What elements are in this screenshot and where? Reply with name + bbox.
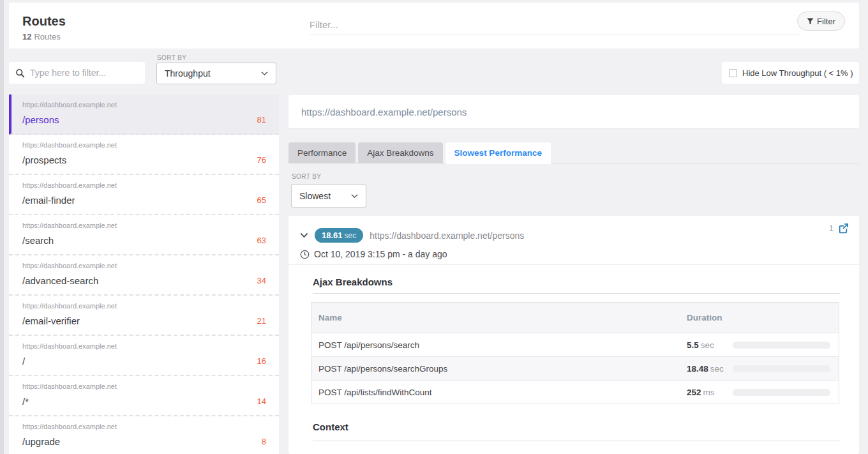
route-count: 12Routes — [22, 32, 61, 42]
detail-tabs: Performance Ajax Breakdowns Slowest Perf… — [288, 142, 859, 163]
route-search — [9, 62, 145, 84]
route-path: /upgrade — [22, 436, 266, 447]
ajax-request-name: POST /api/lists/findWithCount — [318, 388, 432, 397]
chevron-down-icon — [261, 71, 268, 76]
external-link-icon[interactable] — [838, 223, 849, 234]
page-title: Routes — [22, 14, 66, 29]
route-count-number: 12 — [22, 32, 31, 42]
divider — [288, 264, 859, 265]
route-path: /search — [22, 235, 266, 246]
hide-low-throughput-label: Hide Low Throughput ( < 1% ) — [742, 68, 853, 78]
duration-unit: sec — [710, 364, 724, 374]
detail-tab[interactable]: Ajax Breakdowns — [358, 142, 442, 163]
route-path: /prospects — [22, 155, 266, 165]
ajax-breakdowns-table: Name Duration POST /api/persons/search 5… — [311, 302, 839, 404]
route-host: https://dashboard.example.net — [22, 382, 266, 390]
column-header-name: Name — [318, 313, 342, 322]
trace-duration-unit: sec — [345, 231, 357, 240]
detail-tab[interactable]: Performance — [288, 142, 355, 163]
trace-duration-value: 18.61 — [322, 231, 343, 240]
duration-number: 5.5 — [687, 340, 699, 350]
route-throughput-count: 16 — [257, 356, 266, 366]
trace-timestamp-row: Oct 10, 2019 3:15 pm - a day ago — [300, 249, 447, 259]
route-host: https://dashboard.example.net — [22, 342, 266, 350]
global-filter-input[interactable] — [310, 15, 800, 34]
clock-icon — [300, 250, 310, 259]
context-title: Context — [313, 421, 348, 432]
route-throughput-count: 65 — [257, 195, 266, 205]
ajax-duration-value: 18.48sec — [687, 364, 724, 374]
route-path: /email-verifier — [22, 315, 266, 326]
trace-duration-badge: 18.61sec — [315, 228, 363, 243]
route-host: https://dashboard.example.net — [22, 141, 266, 149]
route-list-item[interactable]: https://dashboard.example.net / 16 — [9, 336, 279, 376]
ajax-duration-value: 252ms — [687, 388, 715, 397]
route-count-label: Routes — [34, 32, 60, 42]
ajax-table-header: Name Duration — [311, 303, 839, 333]
trace-instance-count: 1 — [829, 223, 834, 233]
route-list-item[interactable]: https://dashboard.example.net /email-ver… — [9, 296, 279, 336]
route-host: https://dashboard.example.net — [22, 423, 266, 430]
route-throughput-count: 34 — [257, 276, 266, 285]
tab-label: Ajax Breakdowns — [367, 148, 433, 158]
route-path: /advanced-search — [22, 275, 266, 286]
tab-label: Slowest Performance — [454, 148, 542, 158]
duration-number: 252 — [687, 388, 701, 397]
ajax-request-name: POST /api/persons/search — [318, 340, 419, 350]
chevron-down-icon — [351, 193, 358, 199]
duration-bar-track — [733, 389, 830, 396]
detail-url-card: https://dashboard.example.net/persons — [288, 95, 859, 129]
trace-sort-by-label: SORT BY — [292, 173, 321, 180]
collapsed-nav-edge — [0, 0, 4, 454]
route-list-item[interactable]: https://dashboard.example.net /search 63 — [9, 215, 279, 255]
route-list-item[interactable]: https://dashboard.example.net /persons 8… — [9, 95, 279, 135]
route-list-item[interactable]: https://dashboard.example.net /email-fin… — [9, 175, 279, 215]
route-list-item[interactable]: https://dashboard.example.net /upgrade 8 — [9, 416, 279, 454]
funnel-icon — [807, 18, 814, 25]
route-path: /email-finder — [22, 195, 266, 206]
detail-tab[interactable]: Slowest Performance — [445, 142, 551, 164]
route-host: https://dashboard.example.net — [22, 302, 266, 310]
column-header-duration: Duration — [687, 313, 722, 322]
page-header: Routes 12Routes Filter — [9, 3, 859, 49]
trace-header: 18.61sec https://dashboard.example.net/p… — [300, 228, 524, 243]
search-icon — [15, 68, 25, 78]
filter-button[interactable]: Filter — [797, 11, 845, 31]
route-sort-value: Throughput — [165, 68, 211, 79]
route-throughput-count: 21 — [257, 316, 266, 326]
route-path: / — [22, 356, 266, 367]
route-host: https://dashboard.example.net — [22, 181, 266, 189]
duration-unit: ms — [703, 388, 715, 397]
route-list: https://dashboard.example.net /persons 8… — [9, 95, 279, 454]
trace-meta: 1 — [829, 223, 849, 234]
duration-bar-track — [733, 365, 830, 372]
hide-low-throughput: Hide Low Throughput ( < 1% ) — [722, 62, 859, 84]
route-throughput-count: 63 — [257, 236, 266, 245]
tab-label: Performance — [297, 148, 347, 158]
table-row: POST /api/lists/findWithCount 252ms — [311, 380, 839, 404]
ajax-duration-value: 5.5sec — [687, 340, 714, 350]
route-throughput-count: 81 — [257, 115, 266, 125]
collapse-chevron-icon[interactable] — [300, 232, 308, 238]
duration-bar-track — [733, 342, 830, 349]
route-list-item[interactable]: https://dashboard.example.net /* 14 — [9, 376, 279, 416]
trace-url: https://dashboard.example.net/persons — [370, 231, 524, 241]
route-path: /* — [22, 396, 266, 407]
route-throughput-count: 8 — [262, 437, 266, 446]
route-search-input[interactable] — [30, 68, 132, 78]
route-host: https://dashboard.example.net — [22, 222, 266, 229]
table-row: POST /api/persons/search 5.5sec — [311, 333, 839, 356]
ajax-request-name: POST /api/persons/searchGroups — [318, 364, 447, 374]
trace-sort-select[interactable]: Slowest — [291, 184, 366, 208]
detail-url: https://dashboard.example.net/persons — [301, 107, 467, 117]
trace-timestamp: Oct 10, 2019 3:15 pm - a day ago — [314, 249, 447, 259]
route-sort-select[interactable]: Throughput — [156, 63, 276, 84]
divider — [313, 441, 840, 441]
divider — [313, 293, 840, 294]
route-throughput-count: 76 — [257, 155, 266, 165]
route-path: /persons — [22, 114, 266, 125]
route-list-item[interactable]: https://dashboard.example.net /prospects… — [9, 135, 279, 175]
ajax-breakdowns-title: Ajax Breakdowns — [313, 276, 393, 287]
hide-low-throughput-checkbox[interactable] — [729, 69, 737, 77]
route-list-item[interactable]: https://dashboard.example.net /advanced-… — [9, 255, 279, 296]
